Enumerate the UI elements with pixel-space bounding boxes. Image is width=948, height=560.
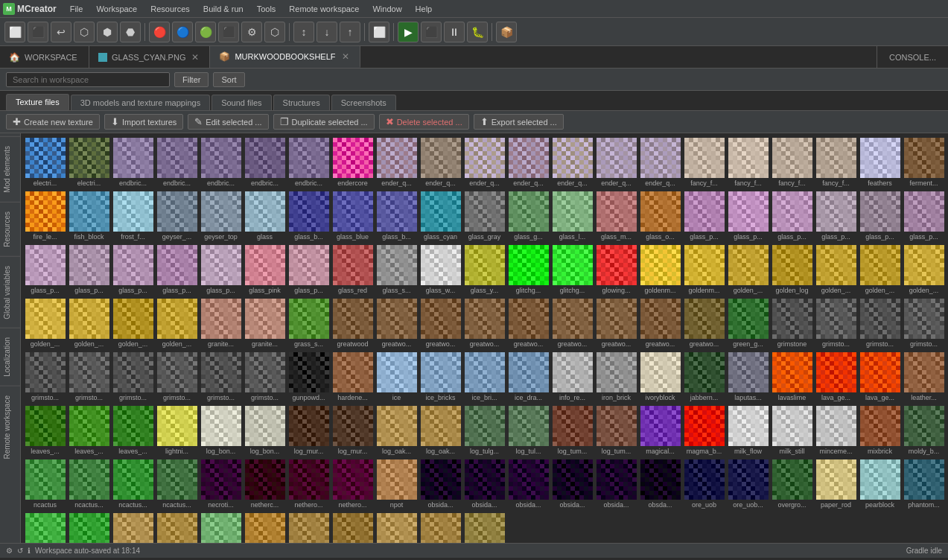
texture-item[interactable]: electri...	[68, 136, 110, 188]
texture-item[interactable]: geyser_...	[156, 190, 198, 242]
texture-item[interactable]: moldy_b...	[903, 404, 945, 456]
texture-item[interactable]: golden_...	[859, 244, 901, 296]
texture-item[interactable]: glass_gray	[463, 190, 506, 242]
texture-item[interactable]: magical...	[639, 404, 681, 456]
texture-item[interactable]: ender_q...	[639, 136, 681, 188]
texture-item[interactable]: greatwo...	[419, 297, 462, 349]
texture-item[interactable]: grimsto...	[859, 297, 901, 349]
texture-item[interactable]: ender_q...	[507, 136, 550, 188]
texture-item[interactable]: planks_...	[287, 512, 330, 543]
texture-item[interactable]: fancy_f...	[771, 136, 813, 188]
texture-item[interactable]: gunpowd...	[287, 351, 330, 403]
texture-item[interactable]: endercore	[331, 136, 374, 188]
texture-item[interactable]: endbric...	[112, 136, 154, 188]
texture-item[interactable]: grimsto...	[815, 297, 857, 349]
texture-item[interactable]: lavaslime	[771, 351, 813, 403]
toolbar-btn-export[interactable]: 📦	[496, 22, 517, 42]
filter-button[interactable]: Filter	[174, 72, 209, 87]
texture-item[interactable]: pearblock	[859, 458, 901, 510]
toolbar-btn-7[interactable]: 🔴	[149, 22, 170, 42]
texture-item[interactable]: glass_p...	[903, 190, 945, 242]
glass-cyan-tab-close[interactable]: ✕	[190, 52, 200, 63]
texture-item[interactable]: minceme...	[815, 404, 857, 456]
texture-item[interactable]: greatwood	[331, 297, 374, 349]
texture-item[interactable]: electri...	[24, 136, 66, 188]
texture-item[interactable]: ncactus...	[156, 458, 198, 510]
toolbar-btn-6[interactable]: ⬣	[120, 22, 141, 42]
search-input[interactable]	[6, 72, 170, 87]
texture-item[interactable]: nethero...	[331, 458, 374, 510]
texture-item[interactable]: glass_g...	[507, 190, 550, 242]
status-icon-refresh[interactable]: ↺	[17, 547, 23, 555]
texture-item[interactable]: obsida...	[507, 458, 550, 510]
texture-item[interactable]: frost_f...	[112, 190, 154, 242]
texture-item[interactable]: endbric...	[287, 136, 330, 188]
texture-item[interactable]: ivoryblock	[639, 351, 681, 403]
texture-item[interactable]: glowing...	[595, 244, 637, 296]
texture-item[interactable]: glass_p...	[200, 244, 242, 296]
texture-item[interactable]: fancy_f...	[815, 136, 857, 188]
tab-murkwood[interactable]: 📦 MURKWOODBOOKSHELF ✕	[210, 46, 360, 68]
texture-item[interactable]: glass_p...	[24, 244, 66, 296]
texture-item[interactable]: phantom...	[903, 458, 945, 510]
texture-item[interactable]: planks_...	[331, 512, 374, 543]
texture-item[interactable]: ender_q...	[463, 136, 506, 188]
toolbar-btn-4[interactable]: ⬡	[74, 22, 95, 42]
texture-item[interactable]: golden_...	[112, 297, 154, 349]
texture-item[interactable]: log_bon...	[244, 404, 286, 456]
texture-item[interactable]: leather...	[903, 351, 945, 403]
toolbar-btn-8[interactable]: 🔵	[172, 22, 193, 42]
menu-help[interactable]: Help	[410, 3, 439, 15]
texture-item[interactable]: leaves_...	[68, 404, 110, 456]
texture-item[interactable]: greatwo...	[639, 297, 681, 349]
texture-item[interactable]: obsida...	[595, 458, 637, 510]
texture-item[interactable]: lava_ge...	[815, 351, 857, 403]
texture-item[interactable]: glass_p...	[859, 190, 901, 242]
texture-item[interactable]: ore_uob...	[727, 458, 769, 510]
texture-item[interactable]: glitchg...	[551, 244, 594, 296]
create-texture-button[interactable]: ✚ Create new texture	[6, 114, 100, 130]
toolbar-btn-2[interactable]: ⬛	[28, 22, 48, 42]
texture-item[interactable]: glass_s...	[375, 244, 418, 296]
toolbar-btn-3[interactable]: ↩	[51, 22, 71, 42]
menu-resources[interactable]: Resources	[144, 3, 196, 15]
toolbar-btn-stop[interactable]: ⬛	[421, 22, 442, 42]
texture-item[interactable]: grimsto...	[903, 297, 945, 349]
texture-item[interactable]: log_tulg...	[463, 404, 506, 456]
texture-item[interactable]: glass	[244, 190, 286, 242]
texture-item[interactable]: leaves_...	[112, 404, 154, 456]
duplicate-selected-button[interactable]: ❐ Duplicate selected ...	[273, 114, 375, 130]
texture-item[interactable]: phosph...	[24, 512, 66, 543]
toolbar-btn-14[interactable]: ↓	[316, 22, 337, 42]
menu-file[interactable]: File	[64, 3, 89, 15]
toolbar-btn-debug[interactable]: 🐛	[467, 22, 488, 42]
tab-workspace[interactable]: 🏠 WORKSPACE	[0, 46, 89, 68]
texture-item[interactable]: laputas...	[727, 351, 769, 403]
texture-item[interactable]: info_re...	[551, 351, 594, 403]
texture-item[interactable]: log_oak...	[375, 404, 418, 456]
toolbar-btn-16[interactable]: ⬜	[369, 22, 389, 42]
texture-item[interactable]: log_tul...	[507, 404, 550, 456]
texture-item[interactable]: greatwo...	[595, 297, 637, 349]
texture-item[interactable]: planks_...	[463, 512, 506, 543]
menu-remote[interactable]: Remote workspace	[283, 3, 365, 15]
texture-item[interactable]: planks_...	[419, 512, 462, 543]
tab-screenshots[interactable]: Screenshots	[331, 95, 396, 110]
toolbar-btn-10[interactable]: ⬛	[218, 22, 239, 42]
tab-sound-files[interactable]: Sound files	[211, 95, 271, 110]
texture-item[interactable]: glass_p...	[68, 244, 110, 296]
texture-item[interactable]: log_mur...	[287, 404, 330, 456]
texture-item[interactable]: glass_p...	[112, 244, 154, 296]
texture-item[interactable]: iron_brick	[595, 351, 637, 403]
tab-3d-models[interactable]: 3D models and texture mappings	[71, 95, 210, 110]
texture-item[interactable]: glass_p...	[156, 244, 198, 296]
texture-item[interactable]: ender_q...	[419, 136, 462, 188]
delete-selected-button[interactable]: ✖ Delete selected ...	[379, 114, 469, 130]
texture-item[interactable]: lightni...	[156, 404, 198, 456]
texture-item[interactable]: glass_p...	[815, 190, 857, 242]
texture-item[interactable]: feathers	[859, 136, 901, 188]
texture-item[interactable]: goldenm...	[683, 244, 725, 296]
sidebar-remote-workspace[interactable]: Remote workspace	[0, 386, 20, 468]
texture-item[interactable]: npot	[375, 458, 418, 510]
texture-item[interactable]: grass_s...	[287, 297, 330, 349]
